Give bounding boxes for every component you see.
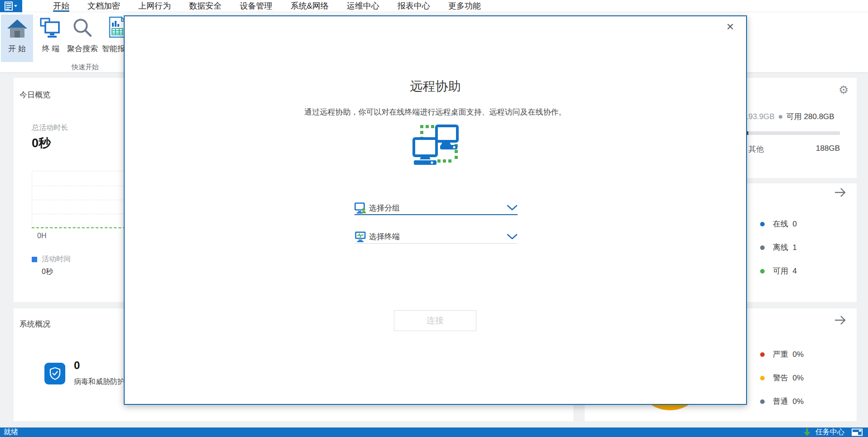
critical-label: 严重 [773, 350, 788, 359]
chevron-down-icon [507, 234, 518, 240]
activity-legend-marker [32, 257, 37, 262]
total-activity-value: 0秒 [32, 135, 51, 151]
task-window-icon [852, 428, 863, 436]
task-center-button[interactable]: 任务中心 [803, 427, 868, 437]
normal-label: 普通 [773, 397, 788, 406]
tab-device-management[interactable]: 设备管理 [240, 0, 272, 12]
ribbon-group-label: 快速开始 [53, 63, 117, 72]
app-menu-icon [4, 1, 19, 11]
activity-legend-label: 活动时间 [42, 255, 71, 264]
connect-button[interactable]: 连接 [394, 310, 476, 331]
chevron-down-icon [14, 5, 17, 7]
toolbar-terminals-label: 终 端 [42, 43, 60, 54]
online-value: 0 [792, 220, 796, 228]
toolbar-terminals-button[interactable]: 终 端 [38, 14, 63, 62]
terminals-offline-row: 离线 1 [760, 242, 797, 253]
status-strip [0, 422, 868, 427]
group-select[interactable]: 选择分组 [354, 202, 518, 215]
terminal-select[interactable]: 选择终端 [354, 230, 518, 244]
dialog-description: 通过远程协助，你可以对在线终端进行远程桌面支持、远程访问及在线协作。 [125, 107, 746, 117]
remote-assist-graphic [411, 123, 460, 168]
app-window: 开始 文档加密 上网行为 数据安全 设备管理 系统&网络 运维中心 报表中心 更… [0, 0, 868, 437]
terminals-icon [40, 14, 62, 38]
alerts-detail-arrow[interactable] [834, 315, 847, 327]
status-bar: 就绪 任务中心 [0, 427, 868, 437]
normal-dot [760, 399, 765, 404]
toolbar-home-label: 开 始 [8, 43, 26, 54]
system-overview-title: 系统概况 [19, 319, 50, 329]
chart-axis-label: 0H [37, 232, 46, 240]
alerts-critical-row: 严重 0% [760, 349, 804, 360]
online-label: 在线 [773, 220, 788, 228]
warning-dot [760, 376, 765, 380]
online-dot [760, 222, 765, 226]
tab-more-features[interactable]: 更多功能 [448, 0, 481, 12]
alerts-warning-row: 警告 0% [760, 373, 804, 383]
normal-value: 0% [792, 397, 804, 406]
shield-check-icon [49, 367, 61, 380]
storage-other-value: 188GB [749, 144, 840, 153]
activity-legend-value: 0秒 [42, 267, 53, 277]
warning-value: 0% [792, 374, 804, 382]
terminal-select-placeholder: 选择终端 [369, 231, 507, 242]
offline-label: 离线 [773, 243, 788, 252]
total-activity-label: 总活动时长 [32, 123, 68, 133]
available-value: 4 [792, 267, 796, 275]
offline-value: 1 [792, 243, 796, 252]
terminal-select-icon [354, 231, 369, 242]
dialog-title: 远程协助 [125, 78, 746, 95]
antivirus-tile[interactable] [44, 363, 65, 384]
chevron-down-icon [507, 205, 518, 211]
remote-computers-icon [411, 123, 460, 166]
tab-report-center[interactable]: 报表中心 [398, 0, 430, 12]
download-arrow-icon [803, 428, 811, 437]
threat-label: 病毒和威胁防护 [74, 377, 125, 387]
toolbar-search-button[interactable]: 聚合搜索 [66, 14, 99, 62]
tab-doc-encryption[interactable]: 文档加密 [87, 0, 120, 12]
offline-dot [760, 245, 765, 250]
home-icon [7, 14, 28, 38]
menu-bar: 开始 文档加密 上网行为 数据安全 设备管理 系统&网络 运维中心 报表中心 更… [0, 0, 868, 12]
bullet-icon [779, 115, 782, 119]
storage-free-text: 可用 280.8GB [786, 111, 834, 122]
remote-assist-dialog: × 远程协助 通过远程协助，你可以对在线终端进行远程桌面支持、远程访问及在线协作… [124, 15, 747, 405]
task-center-label: 任务中心 [815, 427, 844, 437]
tab-data-security[interactable]: 数据安全 [189, 0, 222, 12]
toolbar-home-button[interactable]: 开 始 [1, 14, 33, 62]
arrow-right-icon [834, 187, 847, 198]
today-overview-title: 今日概览 [19, 90, 50, 100]
toolbar-search-label: 聚合搜索 [67, 43, 98, 54]
tab-ops-center[interactable]: 运维中心 [347, 0, 379, 12]
terminals-detail-arrow[interactable] [834, 187, 847, 200]
gear-icon[interactable]: ⚙ [839, 84, 849, 96]
critical-value: 0% [792, 350, 804, 359]
storage-summary: 用 193.9GB 可用 280.8GB [734, 111, 834, 122]
group-select-icon [354, 202, 369, 214]
threat-count: 0 [74, 359, 80, 372]
available-dot [760, 269, 765, 274]
available-label: 可用 [773, 267, 788, 275]
terminals-online-row: 在线 0 [760, 219, 797, 229]
app-menu-button[interactable] [0, 0, 22, 12]
search-icon [72, 14, 93, 38]
group-select-placeholder: 选择分组 [369, 203, 507, 213]
alerts-normal-row: 普通 0% [760, 396, 804, 407]
status-ready-text: 就绪 [0, 427, 18, 437]
arrow-right-icon [834, 315, 847, 326]
menu-tabs: 开始 文档加密 上网行为 数据安全 设备管理 系统&网络 运维中心 报表中心 更… [22, 0, 481, 12]
close-icon[interactable]: × [723, 19, 738, 34]
terminals-available-row: 可用 4 [760, 266, 797, 276]
tab-system-network[interactable]: 系统&网络 [291, 0, 329, 12]
tab-web-behavior[interactable]: 上网行为 [138, 0, 171, 12]
critical-dot [760, 352, 765, 357]
tab-start[interactable]: 开始 [53, 0, 69, 12]
warning-label: 警告 [773, 374, 788, 382]
